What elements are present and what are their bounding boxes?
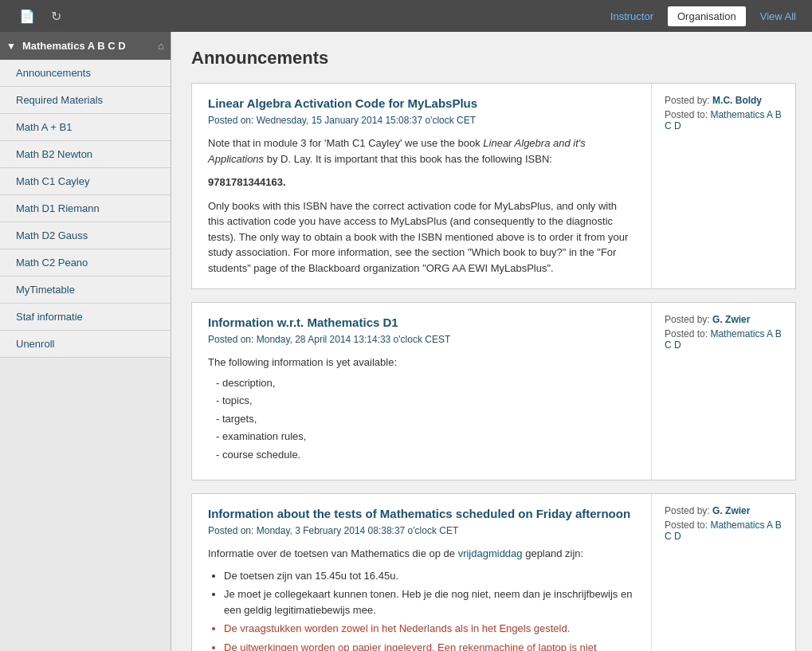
list-item: - course schedule. [216,447,635,463]
posted-by-label: Posted by: [665,95,710,106]
isbn-number: 9781781344163. [208,175,635,190]
sidebar-item-math-d2-gauss[interactable]: Math D2 Gauss [0,222,171,249]
sidebar-item-math-c2-peano[interactable]: Math C2 Peano [0,249,171,276]
sidebar-header: ▼ Mathematics A B C D ⌂ [0,32,171,60]
announcement-date-2: Posted on: Monday, 28 April 2014 13:14:3… [208,334,635,345]
sidebar-item-math-a-b1[interactable]: Math A + B1 [0,114,171,141]
list-item: - targets, [216,411,635,427]
announcement-body: Linear Algebra Activation Code for MyLab… [192,84,652,288]
posted-by-author-3: G. Zwier [712,505,750,516]
date-value-2: Monday, 28 April 2014 13:14:33 o'clock C… [257,334,451,345]
main-layout: ▼ Mathematics A B C D ⌂ AnnouncementsReq… [0,32,812,651]
list-item: De toetsen zijn van 15.45u tot 16.45u. [224,568,635,584]
announcement-meta-3: Posted by: G. Zwier Posted to: Mathemati… [652,494,795,651]
date-value: Wednesday, 15 January 2014 15:08:37 o'cl… [257,115,476,126]
date-label-3: Posted on: [208,525,253,536]
announcement-date-3: Posted on: Monday, 3 February 2014 08:38… [208,525,635,536]
announcement-meta-1: Posted by: M.C. Boldy Posted to: Mathema… [652,84,795,288]
date-label-2: Posted on: [208,334,253,345]
announcement-body-2: Information w.r.t. Mathematics D1 Posted… [192,303,652,480]
sidebar-item-staf-informatie[interactable]: Staf informatie [0,304,171,331]
file-icon-btn[interactable]: 📄 [14,6,40,27]
view-all-tab[interactable]: View All [752,7,804,25]
instructor-tab[interactable]: Instructor [602,7,661,25]
announcement-meta-2: Posted by: G. Zwier Posted to: Mathemati… [652,303,795,480]
organisation-tab[interactable]: Organisation [668,6,746,26]
announcement-title[interactable]: Linear Algebra Activation Code for MyLab… [208,96,635,110]
top-bar: 📄 ↻ Instructor Organisation View All [0,0,812,32]
date-value-3: Monday, 3 February 2014 08:38:37 o'clock… [257,525,459,536]
home-icon[interactable]: ⌂ [158,40,164,52]
announcement-card: Information w.r.t. Mathematics D1 Posted… [191,302,796,480]
ann3-list: De toetsen zijn van 15.45u tot 16.45u.Je… [224,568,635,652]
list-item: De uitwerkingen worden op papier ingelev… [224,640,635,652]
posted-to-label: Posted to: [665,109,708,120]
ann2-intro: The following information is yet availab… [208,355,635,371]
announcement-title-3[interactable]: Information about the tests of Mathemati… [208,507,635,520]
announcement-title-2[interactable]: Information w.r.t. Mathematics D1 [208,316,635,329]
posted-to-label-3: Posted to: [665,520,708,531]
list-item: Je moet je collegekaart kunnen tonen. He… [224,586,635,618]
list-item: - examination rules, [216,429,635,445]
announcement-text-1: Note that in module 3 for 'Math C1 Cayle… [208,135,635,276]
content-area: Announcements Linear Algebra Activation … [171,32,812,651]
sidebar-arrow: ▼ Mathematics A B C D [6,40,126,52]
list-item: - description, [216,375,635,391]
announcement-card-3: Information about the tests of Mathemati… [191,493,796,651]
expand-arrow-icon: ▼ [6,41,16,52]
sidebar-item-math-c1-cayley[interactable]: Math C1 Cayley [0,168,171,195]
posted-by-author-2: G. Zwier [712,314,750,325]
announcement-date: Posted on: Wednesday, 15 January 2014 15… [208,115,635,126]
list-item: De vraagstukken worden zowel in het Nede… [224,621,635,637]
announcement-text-2: The following information is yet availab… [208,355,635,462]
sidebar-course-title: Mathematics A B C D [22,40,126,52]
announcement-card: Linear Algebra Activation Code for MyLab… [191,83,796,289]
sidebar-item-math-d1-riemann[interactable]: Math D1 Riemann [0,195,171,222]
sidebar-item-unenroll[interactable]: Unenroll [0,331,171,358]
sidebar-item-announcements[interactable]: Announcements [0,60,171,87]
sidebar-item-my-timetable[interactable]: MyTimetable [0,276,171,304]
announcement-body-3: Information about the tests of Mathemati… [192,494,652,651]
sidebar-items: AnnouncementsRequired MaterialsMath A + … [0,60,171,358]
posted-by-author: M.C. Boldy [712,95,762,106]
announcement-text-3: Informatie over de toetsen van Mathemati… [208,546,635,651]
page-title: Announcements [191,48,796,69]
date-label: Posted on: [208,115,253,126]
posted-to-label-2: Posted to: [665,328,708,339]
sidebar-item-required-materials[interactable]: Required Materials [0,87,171,114]
ann3-intro: Informatie over de toetsen van Mathemati… [208,546,635,562]
top-bar-left: 📄 ↻ [14,6,66,27]
ann2-list: - description,- topics,- targets,- exami… [216,375,635,463]
posted-by-label-2: Posted by: [665,314,710,325]
refresh-icon-btn[interactable]: ↻ [46,6,66,27]
sidebar-item-math-b2-newton[interactable]: Math B2 Newton [0,141,171,168]
list-item: - topics, [216,393,635,409]
posted-by-label-3: Posted by: [665,505,710,516]
sidebar: ▼ Mathematics A B C D ⌂ AnnouncementsReq… [0,32,171,651]
